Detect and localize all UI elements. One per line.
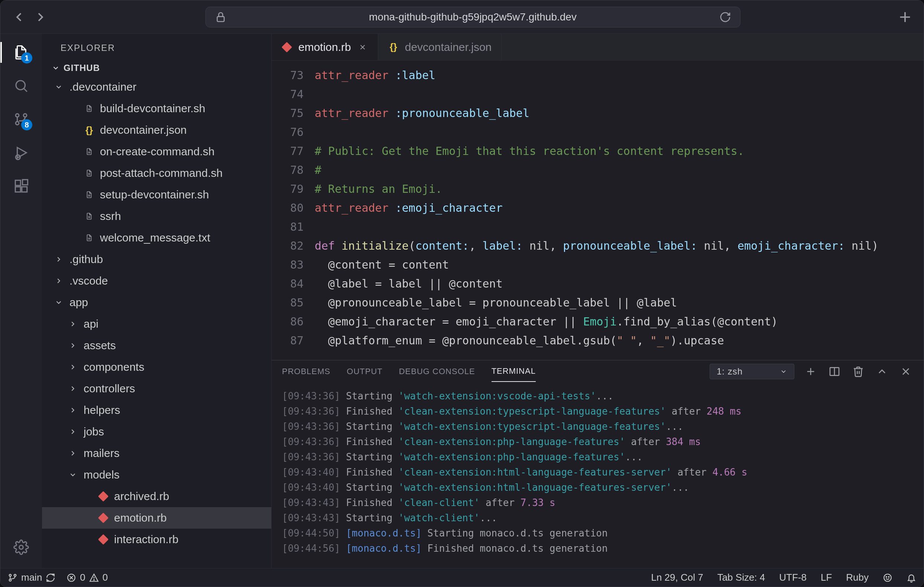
nav-back-button[interactable] xyxy=(12,10,26,25)
file-rb-icon xyxy=(98,493,109,500)
status-branch[interactable]: main xyxy=(8,572,55,583)
terminal-output[interactable]: [09:43:36] Starting 'watch-extension:vsc… xyxy=(272,383,924,568)
tree-folder[interactable]: .devcontainer xyxy=(42,76,271,98)
editor-area: emotion.rb{}devcontainer.json 7374757677… xyxy=(272,34,924,568)
terminal-kill-button[interactable] xyxy=(851,364,866,379)
svg-point-45 xyxy=(888,576,889,577)
terminal-selector[interactable]: 1: zsh xyxy=(710,364,794,379)
chevron-icon xyxy=(67,428,78,436)
tree-file[interactable]: archived.rb xyxy=(42,486,271,507)
activity-extensions[interactable] xyxy=(11,176,31,196)
tab-label: devcontainer.json xyxy=(405,41,492,53)
activity-explorer[interactable]: 1 xyxy=(11,42,31,63)
file-sh-icon xyxy=(84,191,95,199)
tree-folder[interactable]: assets xyxy=(42,335,271,356)
panel-tab-debug-console[interactable]: DEBUG CONSOLE xyxy=(399,361,475,381)
code-editor[interactable]: 737475767778798081828384858687 attr_read… xyxy=(272,61,924,360)
tree-item-label: mailers xyxy=(84,447,120,460)
extensions-icon xyxy=(13,178,29,194)
tree-item-label: controllers xyxy=(84,382,135,395)
chevron-right-icon xyxy=(33,9,48,25)
status-notifications[interactable] xyxy=(906,572,916,583)
tree-folder[interactable]: jobs xyxy=(42,421,271,442)
chevron-icon xyxy=(53,298,64,307)
file-tree: GITHUB .devcontainerbuild-devcontainer.s… xyxy=(42,60,271,568)
tree-folder[interactable]: .vscode xyxy=(42,270,271,292)
terminal-split-button[interactable] xyxy=(827,364,842,379)
tree-folder[interactable]: mailers xyxy=(42,442,271,464)
panel-close-button[interactable] xyxy=(898,364,913,379)
tree-file[interactable]: post-attach-command.sh xyxy=(42,162,271,184)
activity-settings[interactable] xyxy=(11,537,31,558)
chevron-icon xyxy=(67,341,78,350)
tree-folder[interactable]: controllers xyxy=(42,378,271,399)
panel-tab-problems[interactable]: PROBLEMS xyxy=(282,361,330,381)
tree-section-label: GITHUB xyxy=(64,63,100,73)
status-eol[interactable]: LF xyxy=(821,572,832,583)
plus-icon xyxy=(898,9,912,25)
activity-search[interactable] xyxy=(11,76,31,96)
tree-file[interactable]: {}devcontainer.json xyxy=(42,119,271,141)
tree-file[interactable]: ssrh xyxy=(42,206,271,227)
editor-tab[interactable]: {}devcontainer.json xyxy=(378,34,502,60)
status-feedback[interactable] xyxy=(883,572,893,583)
terminal-new-button[interactable] xyxy=(803,364,818,379)
chevron-icon xyxy=(67,384,78,393)
tree-folder[interactable]: app xyxy=(42,292,271,313)
chevron-icon xyxy=(53,255,64,264)
tree-file[interactable]: welcome_message.txt xyxy=(42,227,271,249)
tree-item-label: assets xyxy=(84,339,116,352)
tree-folder[interactable]: models xyxy=(42,464,271,486)
terminal-line: [09:43:40] Finished 'clean-extension:htm… xyxy=(282,465,913,480)
lock-icon xyxy=(215,11,227,23)
activity-run-debug[interactable] xyxy=(11,142,31,163)
tree-item-label: on-create-command.sh xyxy=(100,145,214,158)
tree-item-label: jobs xyxy=(84,425,104,438)
trash-icon xyxy=(852,366,864,378)
tree-section-header[interactable]: GITHUB xyxy=(42,60,271,76)
tree-file[interactable]: interaction.rb xyxy=(42,529,271,550)
file-sh-icon xyxy=(84,147,95,156)
nav-forward-button[interactable] xyxy=(33,10,48,25)
status-encoding[interactable]: UTF-8 xyxy=(779,572,807,583)
status-language[interactable]: Ruby xyxy=(846,572,869,583)
tree-folder[interactable]: components xyxy=(42,356,271,378)
status-problems[interactable]: 0 0 xyxy=(66,572,108,583)
chevron-down-icon xyxy=(52,64,60,72)
address-bar[interactable]: mona-github-github-g59jpq2w5w7.github.de… xyxy=(205,7,741,28)
panel-tab-output[interactable]: OUTPUT xyxy=(346,361,382,381)
refresh-icon[interactable] xyxy=(719,11,731,23)
tree-item-label: interaction.rb xyxy=(114,533,178,546)
activity-source-control[interactable]: 8 xyxy=(11,109,31,130)
tree-file[interactable]: setup-devcontainer.sh xyxy=(42,184,271,206)
svg-point-14 xyxy=(19,546,23,549)
svg-line-4 xyxy=(24,88,27,92)
new-tab-button[interactable] xyxy=(898,10,912,25)
sync-icon[interactable] xyxy=(46,573,55,582)
tree-item-label: build-devcontainer.sh xyxy=(100,102,205,115)
tree-folder[interactable]: helpers xyxy=(42,399,271,421)
warning-icon xyxy=(89,573,99,582)
panel-maximize-button[interactable] xyxy=(874,364,889,379)
tree-file[interactable]: build-devcontainer.sh xyxy=(42,98,271,119)
status-cursor[interactable]: Ln 29, Col 7 xyxy=(651,572,703,583)
chevron-icon xyxy=(67,449,78,457)
tree-file[interactable]: on-create-command.sh xyxy=(42,141,271,162)
svg-rect-0 xyxy=(217,16,224,21)
terminal-line: [09:43:43] Starting 'watch-client'... xyxy=(282,511,913,526)
titlebar: mona-github-github-g59jpq2w5w7.github.de… xyxy=(0,0,924,34)
tree-folder[interactable]: api xyxy=(42,313,271,335)
tab-close-button[interactable] xyxy=(357,41,368,53)
status-tabsize[interactable]: Tab Size: 4 xyxy=(718,572,766,583)
editor-tab[interactable]: emotion.rb xyxy=(272,34,378,60)
tree-file[interactable]: emotion.rb xyxy=(42,507,271,529)
status-bar: main 0 0 Ln 29, Col 7 Tab Size: 4 UTF-8 … xyxy=(0,568,924,587)
sidebar-title: EXPLORER xyxy=(42,34,271,60)
panel-tab-terminal[interactable]: TERMINAL xyxy=(492,361,536,382)
bell-icon xyxy=(906,573,916,582)
scm-badge: 8 xyxy=(21,119,32,130)
svg-point-43 xyxy=(884,574,891,581)
svg-point-3 xyxy=(16,81,25,90)
tree-folder[interactable]: .github xyxy=(42,249,271,270)
svg-point-42 xyxy=(94,580,94,580)
